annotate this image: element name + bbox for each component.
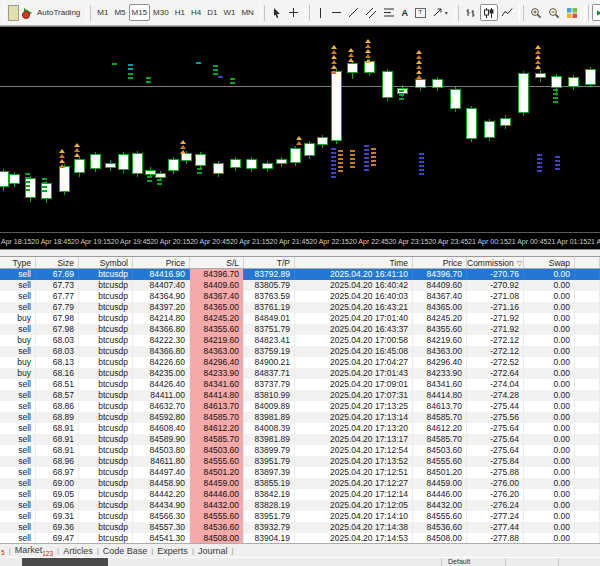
column-header-swap[interactable]: Swap — [524, 257, 575, 268]
candle-body — [213, 163, 224, 174]
horizontal-line-tool[interactable] — [328, 4, 345, 21]
chart-area[interactable] — [0, 26, 600, 232]
table-row[interactable]: sell69.06btcusdp84434.9084432.0083828.19… — [0, 500, 600, 511]
timeframe-m30[interactable]: M30 — [150, 4, 172, 21]
table-row[interactable]: sell68.91btcusdp84608.4084612.2084008.39… — [0, 423, 600, 434]
toolbar-grip[interactable] — [260, 5, 265, 21]
toolbar-grip[interactable] — [519, 5, 524, 21]
tile-windows-button[interactable] — [563, 4, 581, 21]
tab-articles[interactable]: Articles — [63, 546, 93, 556]
timeframe-d1[interactable]: D1 — [204, 4, 220, 21]
table-row[interactable]: sell67.98btcusdp84366.8084355.6083751.79… — [0, 324, 600, 335]
cell-price: 84611.80 — [133, 456, 190, 467]
timeframe-m5[interactable]: M5 — [111, 4, 128, 21]
cell-type: sell — [0, 346, 36, 357]
column-header-price[interactable]: Price — [133, 257, 190, 268]
bar-chart-button[interactable] — [462, 4, 480, 21]
table-row[interactable]: sell67.73btcusdp84407.4084409.6083805.79… — [0, 280, 600, 291]
window-splitter[interactable] — [0, 249, 600, 256]
timeframe-h4[interactable]: H4 — [188, 4, 204, 21]
table-row[interactable]: sell68.97btcusdp84497.4084501.2083897.39… — [0, 467, 600, 478]
toolbar-grip[interactable] — [454, 5, 459, 21]
table-row[interactable]: sell67.79btcusdp84397.2084365.0083761.19… — [0, 302, 600, 313]
cell-size: 69.06 — [36, 500, 79, 511]
column-header-price[interactable]: Price — [413, 257, 467, 268]
timeframe-mn[interactable]: MN — [238, 4, 256, 21]
cell-price: 84613.70 — [413, 401, 467, 412]
cell-size: 68.03 — [36, 335, 79, 346]
table-row[interactable]: sell68.96btcusdp84611.8084555.6083951.79… — [0, 456, 600, 467]
table-row[interactable]: buy67.98btcusdp84214.8084245.2084849.012… — [0, 313, 600, 324]
toolbox-tabs: 5|Market123|Articles|Code Base|Experts|J… — [0, 543, 600, 557]
table-row[interactable]: sell68.91btcusdp84503.8084503.6083899.79… — [0, 445, 600, 456]
zoom-out-button[interactable] — [545, 4, 563, 21]
cell-time: 2025.04.20 16:40:42 — [295, 280, 413, 291]
timeframe-h1[interactable]: H1 — [172, 4, 188, 21]
label-tool[interactable]: T — [412, 4, 429, 21]
cell-price: 84566.30 — [133, 511, 190, 522]
cell-price: 84214.80 — [133, 313, 190, 324]
cell-size: 67.98 — [36, 324, 79, 335]
timeframe-m15[interactable]: M15 — [129, 4, 151, 21]
tab-experts[interactable]: Experts — [157, 546, 188, 556]
column-header-size[interactable]: Size — [36, 257, 79, 268]
table-row[interactable]: sell69.36btcusdp84557.3084536.6083932.79… — [0, 522, 600, 533]
equidistant-channel-tool[interactable] — [362, 4, 380, 21]
cell-price: 84442.20 — [133, 489, 190, 500]
column-header-type[interactable]: Type — [0, 257, 36, 268]
table-row[interactable]: buy68.03btcusdp84222.3084219.6084823.412… — [0, 335, 600, 346]
table-row[interactable]: sell68.03btcusdp84366.8084363.0083759.19… — [0, 346, 600, 357]
trade-arrow-marker — [535, 65, 541, 69]
dropdown-caret-icon[interactable]: ▾ — [445, 9, 448, 16]
fibonacci-tool[interactable] — [380, 4, 398, 21]
trade-history-table: TypeSizeSymbolPriceS/LT/PTimePriceCommis… — [0, 256, 600, 544]
shapes-tool[interactable]: ▾ — [429, 4, 451, 21]
time-axis[interactable]: Apr 18:1520 Apr 18:4520 Apr 19:1520 Apr … — [0, 232, 600, 249]
vertical-line-tool[interactable] — [313, 4, 328, 21]
toolbar-grip[interactable] — [305, 5, 310, 21]
table-row[interactable]: sell68.57btcusdp84411.0084414.8083810.99… — [0, 390, 600, 401]
tab-market[interactable]: Market123 — [15, 545, 53, 557]
crosshair-tool[interactable] — [285, 4, 302, 21]
table-row[interactable]: sell68.51btcusdp84426.4084341.6083737.79… — [0, 379, 600, 390]
cell-sl: 84245.20 — [190, 313, 244, 324]
autotrading-button[interactable]: AutoTrading — [19, 4, 83, 21]
column-header-sl[interactable]: S/L — [190, 257, 244, 268]
cell-type: sell — [0, 379, 36, 390]
table-row[interactable]: sell68.86btcusdp84632.7084613.7084009.89… — [0, 401, 600, 412]
table-row[interactable]: sell69.00btcusdp84458.9084459.0083855.19… — [0, 478, 600, 489]
cursor-tool[interactable] — [268, 4, 285, 21]
table-row[interactable]: sell68.91btcusdp84589.9084585.7083981.89… — [0, 434, 600, 445]
trendline-tool[interactable] — [345, 4, 362, 21]
column-header-tp[interactable]: T/P — [244, 257, 295, 268]
trade-level-marker — [364, 153, 369, 155]
text-tool[interactable]: A — [398, 4, 412, 21]
toolbar: AutoTrading M1M5M15M30H1H4D1W1MN AT▾▾▾▾ — [0, 0, 600, 26]
toolbar-grip[interactable] — [86, 5, 91, 21]
auto-scroll-button[interactable] — [592, 4, 600, 21]
tab-journal[interactable]: Journal — [198, 546, 228, 556]
trade-level-marker — [331, 148, 336, 150]
zoom-in-button[interactable] — [527, 4, 545, 21]
candlestick-chart-button[interactable] — [480, 4, 498, 21]
cell-type: sell — [0, 434, 36, 445]
table-row[interactable]: buy68.13btcusdp84226.6084296.4084900.212… — [0, 357, 600, 368]
table-row[interactable]: sell68.89btcusdp84592.8084585.7083981.89… — [0, 412, 600, 423]
toolbar-grip[interactable] — [584, 5, 589, 21]
table-row[interactable]: buy68.16btcusdp84235.0084233.9084837.712… — [0, 368, 600, 379]
line-chart-button[interactable] — [498, 4, 516, 21]
table-row[interactable]: sell69.05btcusdp84442.2084446.0083842.19… — [0, 489, 600, 500]
column-header-time[interactable]: Time — [295, 257, 413, 268]
table-row[interactable]: sell67.77btcusdp84364.9084367.4083763.59… — [0, 291, 600, 302]
table-row[interactable]: sell67.69btcusdp84416.9084396.7083792.89… — [0, 269, 600, 280]
trade-level-marker — [371, 164, 376, 166]
trade-arrow-marker — [331, 55, 337, 59]
timeframe-m1[interactable]: M1 — [94, 4, 111, 21]
column-header-commission[interactable]: Commission▽ — [467, 257, 524, 268]
tab-code-base[interactable]: Code Base — [103, 546, 148, 556]
cell-sl: 84365.00 — [190, 302, 244, 313]
column-header-symbol[interactable]: Symbol — [79, 257, 133, 268]
profile-name: Default — [448, 558, 470, 566]
table-row[interactable]: sell69.31btcusdp84566.3084555.6083951.79… — [0, 511, 600, 522]
timeframe-w1[interactable]: W1 — [220, 4, 238, 21]
